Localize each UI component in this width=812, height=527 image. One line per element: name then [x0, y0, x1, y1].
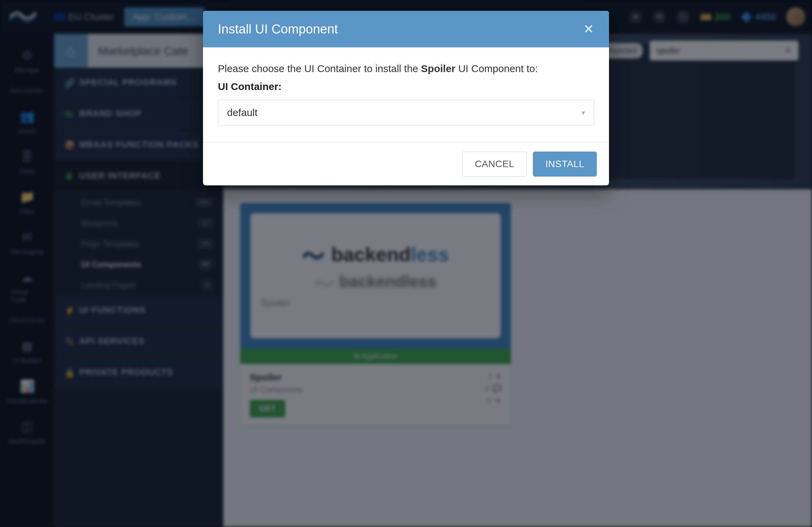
container-label: UI Container:: [218, 81, 594, 92]
select-value: default: [227, 107, 258, 118]
prompt-component-name: Spoiler: [421, 63, 455, 74]
cancel-button-label: CANCEL: [475, 159, 514, 169]
prompt-prefix: Please choose the UI Container to instal…: [218, 63, 421, 74]
ui-container-select[interactable]: default ▾: [218, 100, 594, 126]
modal-title: Install UI Component: [218, 22, 338, 36]
modal-prompt: Please choose the UI Container to instal…: [218, 61, 594, 76]
install-button[interactable]: INSTALL: [533, 151, 597, 177]
modal-body: Please choose the UI Container to instal…: [203, 47, 609, 142]
install-button-label: INSTALL: [546, 159, 584, 169]
prompt-suffix: UI Component to:: [455, 63, 538, 74]
install-modal: Install UI Component ✕ Please choose the…: [203, 11, 609, 185]
chevron-down-icon: ▾: [582, 108, 585, 117]
close-icon[interactable]: ✕: [583, 21, 594, 36]
modal-footer: CANCEL INSTALL: [203, 142, 609, 185]
modal-header: Install UI Component ✕: [203, 11, 609, 47]
cancel-button[interactable]: CANCEL: [462, 151, 527, 177]
